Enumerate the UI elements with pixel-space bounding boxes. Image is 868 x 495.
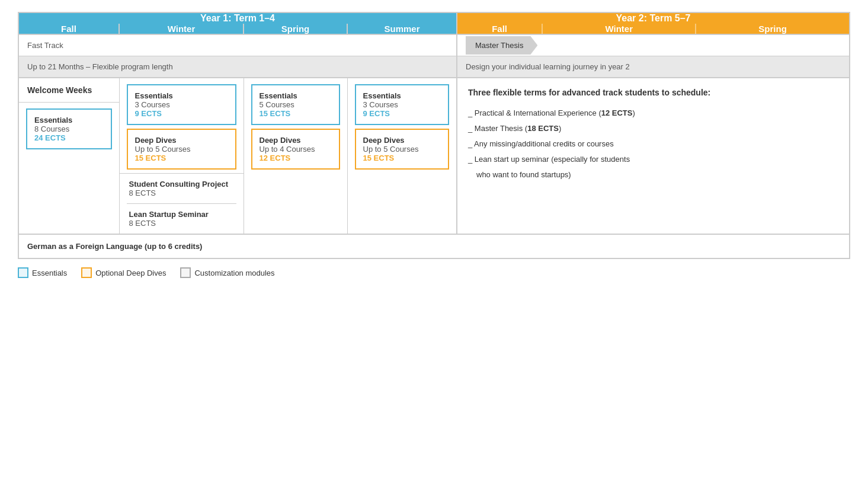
winter-scp-title: Student Consulting Project (129, 180, 234, 189)
year2-item-1: _ Practical & International Experience (… (468, 106, 838, 121)
year2-header: Year 2: Term 5–7 (457, 12, 850, 24)
main-table: Year 1: Term 1–4 Year 2: Term 5–7 Fall W… (18, 12, 850, 259)
winter-essentials-title: Essentials (135, 91, 228, 100)
summer-deepdives-block: Deep Dives Up to 5 Courses 15 ECTS (348, 129, 457, 173)
season-fall-y2: Fall (457, 24, 542, 34)
spring-essentials-block: Essentials 5 Courses 15 ECTS (244, 78, 347, 129)
legend-essentials: Essentials (18, 267, 67, 278)
welcome-weeks-title: Welcome Weeks (19, 78, 119, 103)
summer-y1-cell: Essentials 3 Courses 9 ECTS Deep Dives U… (347, 78, 457, 234)
fasttrack-row: Fast Track Master Thesis (18, 34, 850, 56)
deepdives-legend-box (81, 267, 92, 278)
winter-deepdives-title: Deep Dives (135, 136, 228, 145)
flexible-row: Up to 21 Months – Flexible program lengt… (18, 56, 850, 78)
year2-item-2: _ Master Thesis (18 ECTS) (468, 121, 838, 136)
summer-deepdives-title: Deep Dives (363, 136, 441, 145)
summer-essentials-ects: 9 ECTS (363, 109, 441, 118)
year2-seasons-cell: Fall Winter Spring (457, 24, 850, 34)
year2-item-4: _ Lean start up seminar (especially for … (468, 152, 838, 167)
winter-scp-block: Student Consulting Project 8 ECTS Lean S… (120, 173, 244, 234)
flex-year2-label: Design your individual learning journey … (457, 56, 850, 78)
summer-essentials-courses: 3 Courses (363, 100, 441, 109)
legend-custom: Customization modules (180, 267, 274, 278)
winter-deepdives-ects: 15 ECTS (135, 154, 228, 162)
winter-scp-ects: 8 ECTS (129, 189, 234, 197)
legend: Essentials Optional Deep Dives Customiza… (18, 267, 850, 278)
custom-legend-box (180, 267, 191, 278)
fall-essentials-ects: 24 ECTS (34, 133, 104, 142)
year1-header: Year 1: Term 1–4 (18, 12, 457, 24)
winter-y1-cell: Essentials 3 Courses 9 ECTS Deep Dives U… (119, 78, 244, 234)
summer-essentials-block: Essentials 3 Courses 9 ECTS (348, 78, 457, 129)
year2-item-3: _ Any missing/additional credits or cour… (468, 136, 838, 152)
winter-lean-title: Lean Startup Seminar (129, 210, 234, 219)
header-row: Year 1: Term 1–4 Year 2: Term 5–7 (18, 12, 850, 24)
season-fall-y1: Fall (18, 24, 119, 34)
master-thesis-box: Master Thesis (466, 36, 537, 55)
spring-essentials-courses: 5 Courses (260, 100, 332, 109)
spring-deepdives-courses: Up to 4 Courses (260, 145, 332, 154)
legend-deepdives: Optional Deep Dives (81, 267, 166, 278)
season-spring-y2: Spring (696, 24, 849, 34)
deepdives-legend-label: Optional Deep Dives (95, 269, 166, 277)
master-thesis-cell: Master Thesis (457, 34, 850, 56)
spring-deepdives-block: Deep Dives Up to 4 Courses 12 ECTS (244, 129, 347, 173)
year2-content-title: Three flexible terms for advanced track … (468, 88, 838, 97)
summer-deepdives-courses: Up to 5 Courses (363, 145, 441, 154)
winter-deepdives-block: Deep Dives Up to 5 Courses 15 ECTS (120, 129, 244, 173)
winter-lean-block: Lean Startup Seminar 8 ECTS (127, 204, 236, 234)
year2-content-cell: Three flexible terms for advanced track … (457, 78, 850, 234)
essentials-legend-label: Essentials (32, 269, 67, 277)
flex-label: Up to 21 Months – Flexible program lengt… (18, 56, 457, 78)
spring-deepdives-title: Deep Dives (260, 136, 332, 145)
fasttrack-label: Fast Track (18, 34, 457, 56)
season-spring-y1: Spring (244, 24, 347, 34)
year2-item-4b: who want to found startups) (468, 167, 838, 183)
season-summer-y1: Summer (347, 24, 457, 34)
fall-y1-cell: Welcome Weeks Essentials 8 Courses 24 EC… (18, 78, 119, 234)
summer-essentials-title: Essentials (363, 91, 441, 100)
essentials-legend-box (18, 267, 28, 278)
year2-content-list: _ Practical & International Experience (… (468, 106, 838, 183)
summer-deepdives-ects: 15 ECTS (363, 154, 441, 162)
fall-essentials-block: Essentials 8 Courses 24 ECTS (19, 103, 119, 155)
season-winter-y2: Winter (542, 24, 696, 34)
german-label: German as a Foreign Language (up to 6 cr… (18, 234, 850, 258)
winter-deepdives-courses: Up to 5 Courses (135, 145, 228, 154)
winter-essentials-ects: 9 ECTS (135, 109, 228, 118)
spring-y1-cell: Essentials 5 Courses 15 ECTS Deep Dives … (244, 78, 347, 234)
winter-essentials-block: Essentials 3 Courses 9 ECTS (120, 78, 244, 129)
winter-essentials-courses: 3 Courses (135, 100, 228, 109)
fall-essentials-title: Essentials (34, 116, 104, 124)
german-row: German as a Foreign Language (up to 6 cr… (18, 234, 850, 258)
custom-legend-label: Customization modules (194, 269, 274, 277)
season-winter-y1: Winter (119, 24, 244, 34)
season-row: Fall Winter Spring Summer Fall Winter Sp… (18, 24, 850, 34)
content-row: Welcome Weeks Essentials 8 Courses 24 EC… (18, 78, 850, 234)
fall-essentials-courses: 8 Courses (34, 124, 104, 133)
winter-lean-ects: 8 ECTS (129, 219, 234, 228)
spring-essentials-title: Essentials (260, 91, 332, 100)
spring-deepdives-ects: 12 ECTS (260, 154, 332, 162)
spring-essentials-ects: 15 ECTS (260, 109, 332, 118)
